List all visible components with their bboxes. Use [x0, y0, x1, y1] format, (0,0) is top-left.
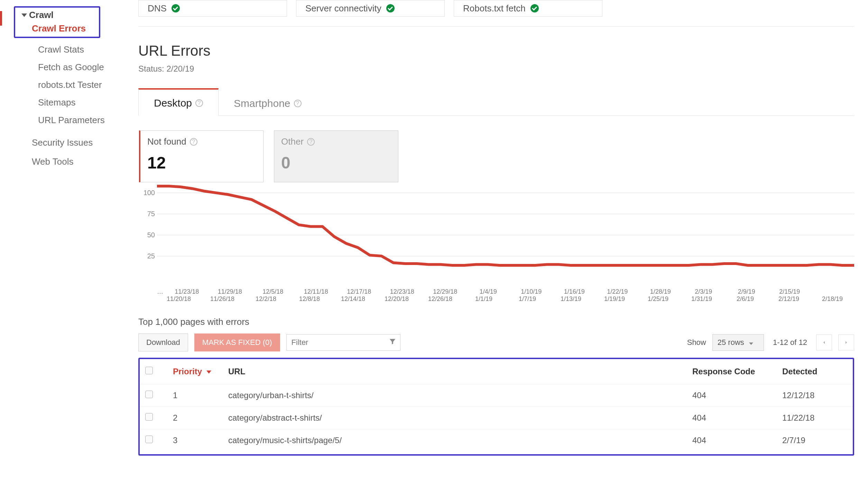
header-response-code[interactable]: Response Code — [687, 359, 777, 384]
status-robots-fetch[interactable]: Robots.txt fetch — [454, 0, 602, 17]
tab-desktop[interactable]: Desktop ? — [138, 88, 219, 116]
select-all-checkbox[interactable] — [145, 367, 153, 374]
header-priority[interactable]: Priority — [167, 359, 223, 384]
x-tick: 11/29/18 — [209, 288, 252, 295]
tile-not-found[interactable]: Not found ? 12 — [139, 130, 264, 182]
help-icon[interactable]: ? — [195, 99, 203, 107]
check-circle-icon — [172, 4, 180, 12]
cell-priority: 1 — [167, 384, 223, 407]
status-server-connectivity[interactable]: Server connectivity — [296, 0, 445, 17]
help-icon[interactable]: ? — [307, 138, 315, 146]
pagination-range: 1-12 of 12 — [773, 338, 807, 347]
select-all-cell — [140, 359, 167, 384]
status-date: Status: 2/20/19 — [138, 64, 854, 74]
x-tick: 1/10/19 — [510, 288, 553, 295]
x-tick: 11/26/18 — [201, 295, 244, 303]
x-tick: 12/5/18 — [251, 288, 295, 295]
next-page-button[interactable] — [838, 335, 854, 350]
chart-x-axis: …11/23/1811/29/1812/5/1812/11/1812/17/18… — [157, 288, 854, 295]
sidebar-item-security-issues[interactable]: Security Issues — [0, 134, 135, 152]
tile-label: Not found — [147, 136, 186, 147]
status-label: Server connectivity — [305, 3, 381, 14]
download-button[interactable]: Download — [138, 333, 188, 351]
errors-table: Priority URL Response Code Detected 1cat… — [140, 359, 853, 451]
cell-priority: 3 — [167, 429, 223, 452]
x-tick: 1/25/19 — [636, 295, 680, 303]
rows-per-page-select[interactable]: 25 rows — [712, 334, 764, 351]
table-row[interactable]: 3category/music-t-shirts/page/5/4042/7/1… — [140, 429, 853, 452]
errors-table-highlight: Priority URL Response Code Detected 1cat… — [138, 358, 854, 456]
mark-as-fixed-button[interactable]: MARK AS FIXED (0) — [194, 333, 280, 351]
filter-input[interactable] — [286, 334, 400, 351]
filter-icon — [389, 338, 396, 347]
error-type-tiles: Not found ? 12 Other ? 0 — [139, 130, 854, 182]
x-tick: 11/20/18 — [157, 295, 201, 303]
x-tick: 1/31/19 — [680, 295, 723, 303]
cell-response-code: 404 — [687, 429, 777, 452]
row-checkbox-cell — [140, 429, 167, 452]
sidebar-item-url-parameters[interactable]: URL Parameters — [0, 111, 135, 129]
table-row[interactable]: 1category/urban-t-shirts/40412/12/18 — [140, 384, 853, 407]
sidebar-item-fetch-as-google[interactable]: Fetch as Google — [0, 58, 135, 76]
tile-label: Other — [281, 136, 304, 147]
row-checkbox-cell — [140, 407, 167, 429]
cell-detected: 11/22/18 — [777, 407, 853, 429]
x-tick — [811, 288, 855, 295]
prev-page-button[interactable] — [816, 335, 832, 350]
x-tick: 2/6/19 — [723, 295, 767, 303]
sidebar-item-robots-tester[interactable]: robots.txt Tester — [0, 76, 135, 94]
x-tick: 12/23/18 — [381, 288, 424, 295]
sidebar-section-label: Crawl — [29, 10, 54, 20]
x-tick: 12/11/18 — [295, 288, 338, 295]
x-tick: 12/2/18 — [244, 295, 288, 303]
help-icon[interactable]: ? — [294, 100, 302, 107]
status-dns[interactable]: DNS — [138, 0, 287, 17]
chart-y-axis: 255075100 — [138, 184, 157, 277]
row-checkbox-cell — [140, 384, 167, 407]
x-tick: 12/26/18 — [418, 295, 462, 303]
show-label: Show — [687, 338, 706, 347]
y-tick: 75 — [147, 210, 155, 218]
active-indicator — [0, 11, 2, 26]
errors-chart: 255075100 …11/23/1811/29/1812/5/1812/11/… — [138, 184, 854, 303]
sidebar-item-sitemaps[interactable]: Sitemaps — [0, 94, 135, 111]
row-checkbox[interactable] — [145, 436, 153, 443]
x-tick: 12/17/18 — [338, 288, 381, 295]
header-url[interactable]: URL — [223, 359, 687, 384]
x-tick: … — [157, 288, 165, 295]
table-controls: Download MARK AS FIXED (0) Show 25 rows … — [138, 333, 854, 351]
tab-label: Desktop — [154, 97, 192, 109]
status-label: DNS — [148, 3, 167, 14]
tile-other[interactable]: Other ? 0 — [274, 130, 398, 182]
cell-detected: 12/12/18 — [777, 384, 853, 407]
sidebar-section-crawl[interactable]: Crawl — [21, 10, 85, 20]
header-label: Priority — [173, 367, 202, 376]
main-content: DNS Server connectivity Robots.txt fetch… — [135, 0, 868, 469]
x-tick: 12/8/18 — [288, 295, 331, 303]
page-title: URL Errors — [138, 43, 854, 59]
crawl-highlight-box: Crawl Crawl Errors — [14, 6, 100, 38]
x-tick: 1/4/19 — [467, 288, 510, 295]
cell-priority: 2 — [167, 407, 223, 429]
tile-count: 0 — [281, 153, 391, 172]
table-row[interactable]: 2category/abstract-t-shirts/40411/22/18 — [140, 407, 853, 429]
x-tick: 2/18/19 — [811, 295, 854, 303]
x-tick: 2/9/19 — [725, 288, 768, 295]
sidebar-item-web-tools[interactable]: Web Tools — [0, 153, 135, 171]
y-tick: 50 — [147, 231, 155, 239]
sort-desc-icon — [206, 371, 211, 374]
x-tick: 11/23/18 — [165, 288, 209, 295]
x-tick: 2/15/19 — [768, 288, 811, 295]
header-detected[interactable]: Detected — [777, 359, 853, 384]
check-circle-icon — [386, 4, 395, 12]
sidebar-item-crawl-stats[interactable]: Crawl Stats — [0, 41, 135, 58]
caret-down-icon — [749, 342, 753, 345]
sidebar-item-crawl-errors[interactable]: Crawl Errors — [32, 23, 95, 34]
row-checkbox[interactable] — [145, 413, 153, 421]
sidebar: Crawl Crawl Errors Crawl Stats Fetch as … — [0, 0, 135, 469]
help-icon[interactable]: ? — [190, 138, 197, 146]
status-label: Robots.txt fetch — [463, 3, 526, 14]
tab-smartphone[interactable]: Smartphone ? — [219, 90, 316, 116]
row-checkbox[interactable] — [145, 391, 153, 398]
x-tick: 1/28/19 — [639, 288, 682, 295]
